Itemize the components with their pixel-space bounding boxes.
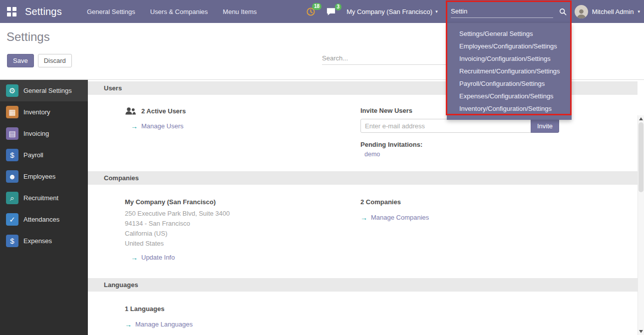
avatar-person-icon bbox=[576, 8, 587, 18]
attendance-check-icon: ✓ bbox=[6, 213, 18, 226]
users-group-icon bbox=[125, 107, 136, 115]
companies-section-header: Companies bbox=[88, 171, 638, 185]
sidebar-item-attendances[interactable]: ✓ Attendances bbox=[0, 209, 88, 230]
sidebar-item-payroll[interactable]: $ Payroll bbox=[0, 144, 88, 166]
manage-users-link[interactable]: → Manage Users bbox=[125, 122, 360, 130]
languages-section: Languages 1 Languages → Manage Languages bbox=[88, 278, 638, 335]
inventory-boxes-icon: ▦ bbox=[6, 106, 18, 118]
company-info-block: My Company (San Francisco) 250 Executive… bbox=[125, 198, 360, 278]
menu-search-bar bbox=[447, 0, 572, 23]
chevron-down-icon: ▾ bbox=[638, 9, 640, 14]
scrollbar-thumb[interactable] bbox=[639, 122, 644, 192]
companies-count: 2 Companies bbox=[360, 198, 638, 206]
menu-search-results: Settings/General Settings Employees/Conf… bbox=[447, 23, 572, 120]
active-users-block: 2 Active Users → Manage Users bbox=[125, 107, 360, 171]
search-result-item[interactable]: Payroll/Configuration/Settings bbox=[447, 77, 572, 90]
sidebar-item-recruitment[interactable]: ⌕ Recruitment bbox=[0, 187, 88, 209]
search-result-item[interactable]: Recruitment/Configuration/Settings bbox=[447, 65, 572, 77]
search-result-item[interactable]: Expenses/Configuration/Settings bbox=[447, 90, 572, 102]
save-button[interactable]: Save bbox=[7, 54, 34, 67]
control-panel-buttons: Save Discard bbox=[7, 54, 72, 67]
link-arrow-icon: → bbox=[131, 254, 138, 261]
sidebar-item-label: Invoicing bbox=[23, 130, 49, 137]
payroll-money-icon: $ bbox=[6, 149, 18, 161]
search-result-item[interactable]: Employees/Configuration/Settings bbox=[447, 40, 572, 52]
companies-count-block: 2 Companies → Manage Companies bbox=[360, 198, 638, 278]
scroll-down-arrow-icon[interactable] bbox=[639, 330, 643, 333]
message-badge: 3 bbox=[335, 3, 342, 10]
company-switcher-label: My Company (San Francisco) bbox=[346, 8, 432, 15]
address-line: 94134 - San Francisco bbox=[125, 219, 360, 229]
search-result-item[interactable]: Invoicing/Configuration/Settings bbox=[447, 52, 572, 65]
manage-companies-link[interactable]: → Manage Companies bbox=[360, 214, 638, 221]
menu-general-settings[interactable]: General Settings bbox=[87, 8, 135, 15]
app-title: Settings bbox=[25, 6, 62, 17]
sidebar-item-label: Payroll bbox=[23, 151, 43, 159]
scroll-up-arrow-icon[interactable] bbox=[639, 117, 643, 120]
invite-email-input[interactable] bbox=[360, 119, 531, 133]
sidebar-item-expenses[interactable]: $ Expenses bbox=[0, 230, 88, 252]
invoice-document-icon: ▤ bbox=[6, 127, 18, 140]
menu-search-overlay: Settings/General Settings Employees/Conf… bbox=[447, 0, 572, 120]
search-result-item[interactable]: Inventory/Configuration/Settings bbox=[447, 102, 572, 115]
link-arrow-icon: → bbox=[125, 321, 132, 328]
recruitment-search-icon: ⌕ bbox=[6, 192, 18, 204]
menu-search-input[interactable] bbox=[451, 5, 553, 18]
top-menu: General Settings Users & Companies Menu … bbox=[87, 8, 257, 15]
active-users-count: 2 Active Users bbox=[141, 107, 186, 115]
discard-button[interactable]: Discard bbox=[38, 54, 72, 67]
address-line: California (US) bbox=[125, 229, 360, 239]
chat-bubble-icon bbox=[326, 7, 335, 16]
link-arrow-icon: → bbox=[360, 214, 367, 221]
sidebar-item-employees[interactable]: ☻ Employees bbox=[0, 166, 88, 187]
pending-invitations-label: Pending Invitations: bbox=[360, 141, 638, 148]
vertical-scrollbar[interactable] bbox=[638, 115, 644, 335]
expenses-money-icon: $ bbox=[6, 235, 18, 247]
company-address: 250 Executive Park Blvd, Suite 3400 9413… bbox=[125, 209, 360, 249]
pending-user-link[interactable]: demo bbox=[364, 151, 380, 158]
menu-users-companies[interactable]: Users & Companies bbox=[150, 8, 208, 15]
search-icon[interactable] bbox=[559, 8, 567, 15]
sidebar-item-general-settings[interactable]: ⚙ General Settings bbox=[0, 80, 88, 101]
sidebar-item-inventory[interactable]: ▦ Inventory bbox=[0, 101, 88, 123]
menu-menu-items[interactable]: Menu Items bbox=[223, 8, 257, 15]
manage-languages-link[interactable]: → Manage Languages bbox=[125, 321, 360, 328]
sidebar-item-label: General Settings bbox=[23, 87, 72, 94]
page-title: Settings bbox=[6, 30, 50, 44]
user-name: Mitchell Admin bbox=[592, 8, 634, 15]
user-menu[interactable]: Mitchell Admin ▾ bbox=[575, 5, 640, 18]
activity-badge: 18 bbox=[312, 3, 322, 10]
address-line: United States bbox=[125, 239, 360, 249]
link-arrow-icon: → bbox=[131, 123, 138, 130]
apps-grid-icon bbox=[7, 7, 16, 16]
chevron-down-icon: ▾ bbox=[435, 9, 438, 14]
companies-section: Companies My Company (San Francisco) 250… bbox=[88, 171, 638, 278]
user-avatar bbox=[575, 5, 588, 18]
update-info-link[interactable]: → Update Info bbox=[125, 254, 360, 261]
apps-menu-button[interactable] bbox=[0, 0, 23, 23]
gear-icon: ⚙ bbox=[6, 84, 18, 97]
settings-sidebar: ⚙ General Settings ▦ Inventory ▤ Invoici… bbox=[0, 80, 88, 335]
languages-section-header: Languages bbox=[88, 278, 638, 292]
employees-person-icon: ☻ bbox=[6, 170, 18, 183]
search-result-item[interactable]: Settings/General Settings bbox=[447, 27, 572, 40]
sidebar-item-label: Inventory bbox=[23, 108, 50, 116]
languages-block: 1 Languages → Manage Languages bbox=[125, 305, 360, 335]
sidebar-item-label: Recruitment bbox=[23, 194, 58, 202]
activities-button[interactable]: 18 bbox=[306, 7, 316, 16]
sidebar-item-label: Employees bbox=[23, 173, 55, 180]
sidebar-item-invoicing[interactable]: ▤ Invoicing bbox=[0, 123, 88, 144]
sidebar-item-label: Expenses bbox=[23, 237, 52, 245]
company-name: My Company (San Francisco) bbox=[125, 198, 360, 206]
address-line: 250 Executive Park Blvd, Suite 3400 bbox=[125, 209, 360, 219]
sidebar-item-label: Attendances bbox=[23, 216, 59, 223]
languages-count: 1 Languages bbox=[125, 305, 360, 313]
company-switcher[interactable]: My Company (San Francisco) ▾ bbox=[346, 8, 437, 15]
invite-button[interactable]: Invite bbox=[531, 119, 559, 133]
messages-button[interactable]: 3 bbox=[326, 7, 335, 16]
